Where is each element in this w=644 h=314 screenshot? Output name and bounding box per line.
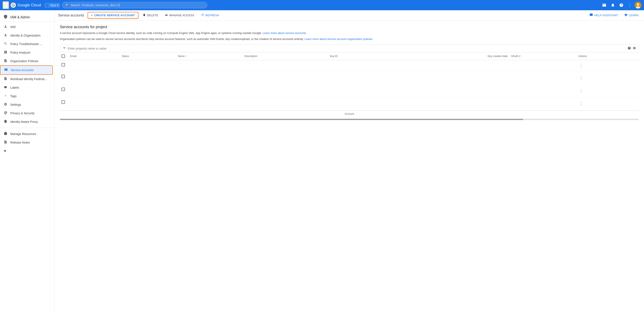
search-bar[interactable]: 🔍 <box>62 2 207 8</box>
row3-checkbox[interactable] <box>62 88 65 91</box>
row1-key-creation-date <box>386 60 510 72</box>
name-sort-icon: ↑ <box>186 55 187 58</box>
select-all-checkbox[interactable] <box>62 54 65 58</box>
sidebar-header: IAM & Admin <box>0 12 54 22</box>
filter-help-button[interactable] <box>628 46 631 50</box>
table-row: ⋮ <box>60 60 639 72</box>
row3-name <box>176 85 243 98</box>
learn-label: LEARN <box>629 14 638 17</box>
manage-resources-icon <box>4 132 8 136</box>
sidebar-item-org-policies[interactable]: Organization Policies <box>0 57 53 65</box>
sidebar-item-label: Labels <box>10 86 19 89</box>
columns-button[interactable] <box>633 46 636 50</box>
sidebar-item-settings[interactable]: Settings <box>0 100 53 109</box>
sidebar-item-privacy-security[interactable]: Privacy & Security <box>0 109 53 118</box>
sidebar-item-workload-identity[interactable]: Workload Identity Federat... <box>0 75 53 83</box>
main-content: Service accounts + CREATE SERVICE ACCOUN… <box>55 10 644 314</box>
identity-org-icon <box>4 33 8 38</box>
row3-checkbox-cell <box>60 85 68 98</box>
more-icon: ⋮ <box>628 2 632 8</box>
workload-identity-icon <box>4 77 8 81</box>
row1-checkbox[interactable] <box>62 63 65 66</box>
learn-more-service-accounts-link[interactable]: Learn more about service accounts. <box>262 32 307 34</box>
main-layout: IAM & Admin IAM Identity & Organization … <box>0 10 644 314</box>
row4-description <box>243 98 328 110</box>
row4-actions: ⋮ <box>577 98 639 110</box>
row3-actions: ⋮ <box>577 85 639 98</box>
sidebar-item-label: Manage Resources <box>10 132 36 136</box>
sidebar-item-label: Release Notes <box>10 141 30 144</box>
row2-more-menu-button[interactable]: ⋮ <box>578 74 584 81</box>
identity-aware-proxy-icon <box>4 120 8 124</box>
sidebar-collapse-button[interactable]: ◀ <box>0 147 54 154</box>
desc1-text: A service account represents a Google Cl… <box>60 32 262 34</box>
horizontal-scrollbar-thumb[interactable] <box>60 119 523 120</box>
key-creation-date-column-header: Key creation date <box>386 52 510 60</box>
top-navigation: ☰ Google Cloud 👥 0zzz ▾ 🔍 ⋮ <box>0 0 644 10</box>
notifications-button[interactable] <box>609 1 617 9</box>
search-input[interactable] <box>71 4 204 7</box>
row2-email <box>68 72 120 85</box>
row2-oauth2 <box>510 72 577 85</box>
learn-icon <box>624 13 628 17</box>
learn-more-org-policies-link[interactable]: Learn more about service account organiz… <box>304 38 373 40</box>
row2-name <box>176 72 243 85</box>
row2-checkbox[interactable] <box>62 75 65 78</box>
google-icon <box>11 2 16 8</box>
learn-button[interactable]: LEARN <box>622 12 640 18</box>
sidebar-item-release-notes[interactable]: Release Notes <box>0 138 53 147</box>
row1-description <box>243 60 328 72</box>
row3-status <box>120 85 176 98</box>
logo-text: Google Cloud <box>18 3 41 8</box>
row3-more-menu-button[interactable]: ⋮ <box>578 87 584 94</box>
email-column-header: Email <box>68 52 120 60</box>
create-label: CREATE SERVICE ACCOUNT <box>94 14 135 17</box>
service-accounts-icon <box>4 68 8 72</box>
horizontal-scrollbar-track[interactable] <box>60 119 639 120</box>
sidebar-item-service-accounts[interactable]: Service Accounts <box>0 65 53 75</box>
project-icon: 👥 <box>46 4 50 7</box>
sidebar-item-manage-resources[interactable]: Manage Resources <box>0 130 53 138</box>
sidebar-item-policy-troubleshooter[interactable]: Policy Troubleshooter ... <box>0 40 53 48</box>
name-column-header[interactable]: Name ↑ <box>176 52 243 60</box>
row4-status <box>120 98 176 110</box>
oauth2-column-header: OAuth 2 <box>510 52 577 60</box>
search-icon: 🔍 <box>66 4 69 7</box>
delete-label: DELETE <box>147 14 158 17</box>
project-selector[interactable]: 👥 0zzz ▾ <box>44 3 60 8</box>
more-options-button[interactable]: ⋮ <box>626 1 634 9</box>
email-button[interactable] <box>600 1 608 9</box>
help-button[interactable] <box>618 1 625 9</box>
table-row: ⋮ <box>60 72 639 85</box>
section-description-2: Organization policies can be used to sec… <box>60 37 639 41</box>
row4-more-menu-button[interactable]: ⋮ <box>578 100 584 106</box>
page-title: Service accounts <box>58 14 84 17</box>
manage-access-label: MANAGE ACCESS <box>169 14 194 17</box>
row1-more-menu-button[interactable]: ⋮ <box>578 63 584 69</box>
refresh-button[interactable]: REFRESH <box>198 12 222 18</box>
row2-checkbox-cell <box>60 72 68 85</box>
help-assistant-button[interactable]: HELP ASSISTANT <box>588 12 620 18</box>
sidebar-item-label: Policy Troubleshooter ... <box>10 42 42 46</box>
user-avatar[interactable] <box>634 2 642 8</box>
manage-access-button[interactable]: MANAGE ACCESS <box>162 12 197 18</box>
hamburger-menu[interactable]: ☰ <box>2 1 9 9</box>
sidebar-item-iam[interactable]: IAM <box>0 23 53 31</box>
logo-area: Google Cloud <box>11 2 41 8</box>
policy-troubleshooter-icon <box>4 42 8 46</box>
sidebar-item-identity-org[interactable]: Identity & Organization <box>0 31 53 40</box>
row1-checkbox-cell <box>60 60 68 72</box>
filter-input[interactable] <box>68 47 626 50</box>
row3-key-creation-date <box>386 85 510 98</box>
row3-description <box>243 85 328 98</box>
sidebar-item-tags[interactable]: Tags <box>0 92 53 100</box>
sidebar-item-labels[interactable]: Labels <box>0 83 53 92</box>
sidebar-item-label: Privacy & Security <box>10 112 34 115</box>
delete-button[interactable]: DELETE <box>140 12 161 18</box>
row3-oauth2 <box>510 85 577 98</box>
sidebar-item-identity-aware-proxy[interactable]: Identity-Aware Proxy <box>0 118 53 126</box>
create-service-account-button[interactable]: + CREATE SERVICE ACCOUNT <box>88 12 138 18</box>
row4-checkbox[interactable] <box>62 100 65 104</box>
sidebar-item-policy-analyzer[interactable]: Policy Analyzer <box>0 48 53 57</box>
sidebar-item-label: Settings <box>10 103 21 106</box>
